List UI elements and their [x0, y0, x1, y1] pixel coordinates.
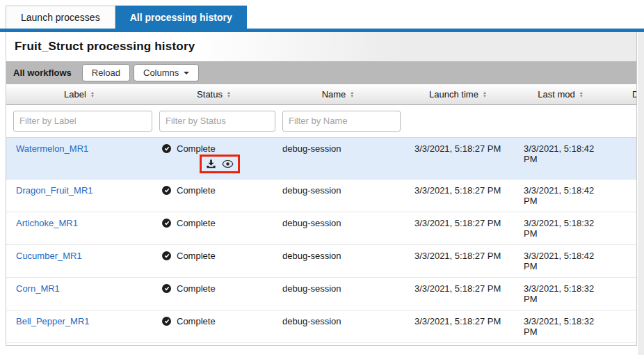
table-row[interactable]: Cucumber_MR1Completedebug-session3/3/202…	[6, 244, 636, 277]
table-row[interactable]: Dragon_Fruit_MR1Completedebug-session3/3…	[6, 179, 636, 212]
column-header-text: Status	[197, 89, 223, 100]
process-label-link[interactable]: Bell_Pepper_MR1	[16, 316, 90, 326]
sort-icon: ▲▼	[483, 91, 487, 98]
annotation-highlight-box	[200, 155, 240, 173]
status-complete-icon	[162, 219, 171, 228]
tab-bar: Launch processes All processing history	[0, 0, 644, 29]
status-text: Complete	[177, 185, 216, 196]
process-name: debug-session	[275, 310, 401, 342]
table-row[interactable]: Watermelon_MR1Completedebug-session3/3/2…	[6, 137, 636, 179]
launch-time: 3/3/2021, 5:18:27 PM	[401, 137, 515, 179]
last-mod-time: 3/3/2021, 5:18:42 PM	[515, 244, 606, 277]
sort-icon: ▲▼	[227, 91, 231, 98]
eye-button[interactable]	[222, 159, 234, 168]
column-header-last-mod[interactable]: Last mod▲▼	[515, 84, 606, 104]
status-text: Complete	[177, 251, 216, 261]
table-row[interactable]: Artichoke_MR1Completedebug-session3/3/20…	[6, 212, 636, 244]
download-button[interactable]	[206, 159, 216, 169]
process-label-link[interactable]: Artichoke_MR1	[16, 218, 78, 228]
sort-icon: ▲▼	[350, 91, 354, 98]
page-title: Fruit_Struct processing history	[15, 40, 195, 54]
filter-label-input[interactable]	[13, 111, 152, 132]
clipped-cell	[606, 137, 636, 179]
last-mod-time: 3/3/2021, 5:18:42 PM	[515, 137, 606, 179]
status-complete-icon	[162, 317, 171, 326]
last-mod-time: 3/3/2021, 5:18:32 PM	[515, 212, 606, 244]
last-mod-time: 3/3/2021, 5:18:32 PM	[515, 277, 606, 310]
last-mod-time: 3/3/2021, 5:18:42 PM	[515, 179, 606, 212]
column-header-clipped[interactable]: D	[606, 84, 636, 104]
status-text: Complete	[177, 316, 216, 326]
history-table: Label▲▼ Status▲▼ Name▲▼ Launch time▲▼ La…	[6, 84, 636, 346]
table-row[interactable]: Bell_Pepper_MR1Completedebug-session3/3/…	[6, 342, 636, 346]
last-mod-time: 3/3/2021, 5:18:32 PM	[515, 310, 606, 342]
columns-dropdown-label: Columns	[143, 68, 179, 78]
column-header-label[interactable]: Label▲▼	[6, 84, 152, 104]
clipped-cell	[606, 244, 636, 277]
table-row[interactable]: Bell_Pepper_MR1Completedebug-session3/3/…	[6, 310, 636, 342]
table-row[interactable]: Corn_MR1Completedebug-session3/3/2021, 5…	[6, 277, 636, 310]
column-header-text: Launch time	[429, 89, 478, 100]
launch-time: 3/3/2021, 5:18:27 PM	[401, 212, 515, 244]
sort-icon: ▲▼	[579, 91, 583, 98]
process-name: debug-session	[275, 244, 401, 277]
process-name: debug-session	[275, 179, 401, 212]
tab-launch-processes[interactable]: Launch processes	[6, 6, 115, 29]
status-complete-icon	[162, 284, 171, 293]
clipped-cell	[606, 277, 636, 310]
columns-dropdown-button[interactable]: Columns	[134, 64, 199, 81]
column-header-text: Name	[322, 89, 346, 100]
column-header-text: Last mod	[538, 89, 574, 100]
clipped-cell	[606, 310, 636, 342]
panel-header: Fruit_Struct processing history	[6, 32, 636, 61]
column-header-launch-time[interactable]: Launch time▲▼	[401, 84, 515, 104]
process-name: debug-session	[275, 342, 401, 346]
process-name: debug-session	[275, 137, 401, 179]
table-body: Watermelon_MR1Completedebug-session3/3/2…	[6, 137, 636, 346]
column-header-text: Label	[64, 89, 86, 100]
clipped-cell	[606, 342, 636, 346]
column-header-text: D	[632, 89, 636, 100]
column-header-status[interactable]: Status▲▼	[152, 84, 275, 104]
process-label-link[interactable]: Corn_MR1	[16, 283, 60, 294]
last-mod-time: 3/3/2021, 5:17:33 PM	[515, 342, 606, 346]
sort-icon: ▲▼	[90, 91, 95, 98]
chevron-down-icon	[184, 72, 189, 74]
process-name: debug-session	[275, 212, 401, 244]
status-complete-icon	[162, 144, 171, 153]
tab-all-processing-history[interactable]: All processing history	[115, 6, 247, 29]
process-label-link[interactable]: Cucumber_MR1	[16, 251, 82, 261]
launch-time: 3/3/2021, 5:18:27 PM	[401, 277, 515, 310]
scrollbar-track[interactable]	[638, 32, 644, 355]
launch-time: 3/3/2021, 5:18:27 PM	[401, 310, 515, 342]
toolbar: All workflows Reload Columns	[6, 61, 636, 84]
process-name: debug-session	[275, 277, 401, 310]
filter-row	[6, 104, 636, 137]
workflows-scope-label: All workflows	[13, 68, 72, 78]
clipped-cell	[606, 212, 636, 244]
filter-status-input[interactable]	[159, 111, 275, 132]
clipped-cell	[606, 179, 636, 212]
reload-button[interactable]: Reload	[82, 64, 130, 81]
launch-time: 3/3/2021, 5:17:24 PM	[401, 342, 515, 346]
history-panel: Fruit_Struct processing history All work…	[6, 32, 637, 346]
filter-name-input[interactable]	[282, 111, 401, 132]
table-header-row: Label▲▼ Status▲▼ Name▲▼ Launch time▲▼ La…	[6, 84, 636, 104]
launch-time: 3/3/2021, 5:18:27 PM	[401, 179, 515, 212]
status-complete-icon	[162, 251, 171, 260]
column-header-name[interactable]: Name▲▼	[275, 84, 401, 104]
process-label-link[interactable]: Watermelon_MR1	[16, 143, 88, 154]
status-text: Complete	[177, 143, 216, 154]
process-label-link[interactable]: Dragon_Fruit_MR1	[16, 185, 93, 196]
status-text: Complete	[177, 218, 216, 228]
status-text: Complete	[177, 283, 216, 294]
launch-time: 3/3/2021, 5:18:27 PM	[401, 244, 515, 277]
status-complete-icon	[162, 186, 171, 195]
